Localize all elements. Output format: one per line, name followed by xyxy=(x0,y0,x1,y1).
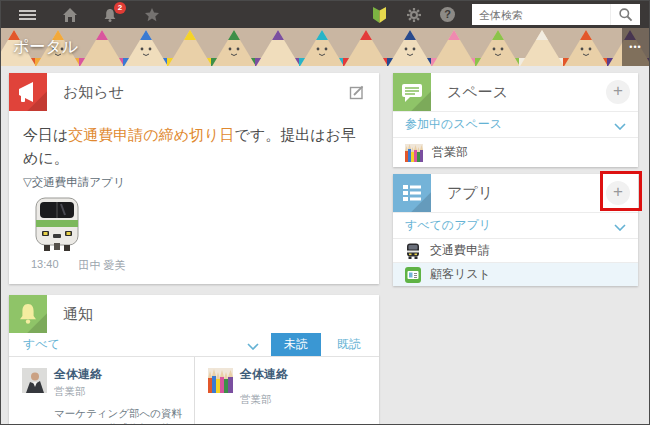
add-space-button[interactable]: + xyxy=(606,80,630,104)
apps-title: アプリ xyxy=(447,184,493,203)
add-app-button[interactable]: + xyxy=(606,181,630,205)
filter-all-dropdown[interactable]: すべて xyxy=(23,336,60,353)
app-item-label: 交通費申請 xyxy=(430,242,490,259)
announcement-author: 田中 愛美 xyxy=(79,258,126,273)
search-input[interactable] xyxy=(472,9,610,21)
beginner-mark-icon[interactable] xyxy=(362,1,397,28)
edit-icon[interactable] xyxy=(349,84,365,104)
kintone-portal-screen: 2 ? xyxy=(0,0,650,425)
spaces-panel: スペース + 参加中のスペース xyxy=(393,73,638,167)
apps-filter-dropdown[interactable]: すべてのアプリ xyxy=(405,217,491,234)
bell-icon[interactable]: 2 xyxy=(93,1,127,28)
avatar xyxy=(22,368,47,393)
highlighted-text: 交通費申請の締め切り日 xyxy=(68,126,234,143)
megaphone-icon xyxy=(9,73,47,111)
home-icon[interactable] xyxy=(53,1,87,28)
announcement-title: お知らせ xyxy=(63,83,124,102)
notification-group: 営業部 xyxy=(54,385,184,399)
announcement-footer: 13:40 田中 愛美 xyxy=(9,258,379,284)
customer-list-app-icon xyxy=(405,267,421,283)
notifications-title: 通知 xyxy=(63,305,93,324)
portal-cover: ポータル ••• xyxy=(1,28,649,66)
space-item-label: 営業部 xyxy=(432,144,468,161)
apps-panel: アプリ + すべてのアプリ xyxy=(393,174,638,286)
search-icon[interactable] xyxy=(610,4,640,25)
avatar xyxy=(208,368,233,393)
app-item[interactable]: 顧客リスト xyxy=(393,262,638,286)
star-icon[interactable] xyxy=(135,1,169,28)
app-list-icon xyxy=(393,174,431,212)
spaces-filter-dropdown[interactable]: 参加中のスペース xyxy=(405,116,502,133)
notification-filter-bar: すべて 未読 既読 xyxy=(9,333,379,357)
global-search xyxy=(472,4,640,25)
unread-tab[interactable]: 未読 xyxy=(271,333,321,356)
announcement-body: 今日は交通費申請の締め切り日です。提出はお早めに。 xyxy=(9,111,379,170)
help-icon[interactable]: ? xyxy=(431,1,464,28)
speech-bubble-icon xyxy=(393,73,431,111)
announcement-panel: お知らせ 今日は交通費申請の締め切り日です。提出はお早めに。 ▽交通費申請アプリ xyxy=(9,73,379,284)
notification-body: 全体連絡スレッドが作成されました。 xyxy=(240,422,369,424)
hamburger-menu-icon[interactable] xyxy=(10,1,45,28)
app-item-label: 顧客リスト xyxy=(430,266,491,283)
announcement-time: 13:40 xyxy=(31,258,59,273)
train-app-icon xyxy=(405,243,421,259)
notification-title: 全体連絡 xyxy=(54,366,184,383)
more-menu-icon[interactable]: ••• xyxy=(622,28,649,66)
notifications-panel: 通知 すべて 未読 既読 xyxy=(9,295,379,424)
spaces-title: スペース xyxy=(447,83,508,102)
notification-body: マーケティング部への資料やチラシの作成依頼に使用するアプリを作りました。 今後の… xyxy=(54,406,184,424)
app-item[interactable]: 交通費申請 xyxy=(393,238,638,262)
apps-filter-row: すべてのアプリ xyxy=(393,212,638,238)
notification-badge: 2 xyxy=(114,2,126,14)
notification-card[interactable]: 全体連絡 営業部 全体連絡スレッドが作成されました。 13:32 by 山田 大… xyxy=(194,357,379,424)
chevron-down-icon[interactable] xyxy=(247,336,259,354)
space-item[interactable]: 営業部 xyxy=(393,137,638,167)
page-title: ポータル xyxy=(13,37,78,58)
top-bar: 2 ? xyxy=(1,1,649,28)
notification-list: 全体連絡 営業部 マーケティング部への資料やチラシの作成依頼に使用するアプリを作… xyxy=(9,357,379,424)
space-thumbnail xyxy=(405,144,423,162)
chevron-down-icon[interactable] xyxy=(614,217,626,235)
read-tab[interactable]: 既読 xyxy=(337,336,361,353)
notification-bell-icon xyxy=(9,295,47,333)
app-link[interactable]: ▽交通費申請アプリ xyxy=(23,175,379,190)
portal-main: お知らせ 今日は交通費申請の締め切り日です。提出はお早めに。 ▽交通費申請アプリ xyxy=(1,66,649,424)
train-image xyxy=(31,196,379,256)
chevron-down-icon[interactable] xyxy=(614,116,626,134)
gear-icon[interactable] xyxy=(397,1,431,28)
cover-pencils-svg xyxy=(1,28,649,66)
spaces-filter-row: 参加中のスペース xyxy=(393,111,638,137)
notification-card[interactable]: 全体連絡 営業部 マーケティング部への資料やチラシの作成依頼に使用するアプリを作… xyxy=(9,357,194,424)
notification-group: 営業部 xyxy=(240,393,369,415)
notification-title: 全体連絡 xyxy=(240,366,369,391)
